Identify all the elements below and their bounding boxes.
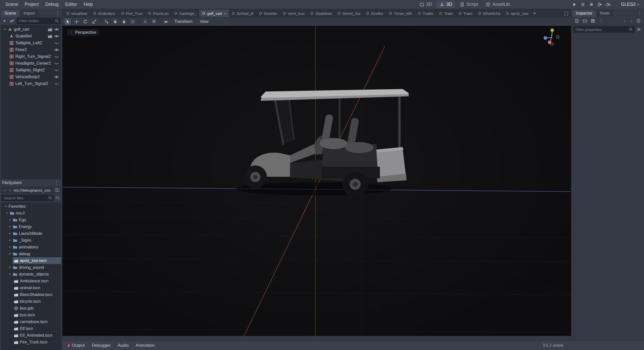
- scene-tab-street-sw[interactable]: Street_Sw: [335, 10, 363, 17]
- fs-file-fire-truck-tscn[interactable]: Fire_Truck.tscn: [1, 339, 61, 345]
- menu-project[interactable]: Project: [21, 0, 42, 9]
- select-tool-icon[interactable]: [64, 18, 71, 25]
- add-node-button[interactable]: +: [2, 18, 8, 24]
- fs-folder-animations[interactable]: animations: [1, 244, 61, 250]
- scene-tab-trailer[interactable]: Trailer: [415, 10, 436, 17]
- workspace-script-button[interactable]: Script: [457, 1, 481, 8]
- filter-options-icon[interactable]: [636, 26, 642, 32]
- collapse-arrow-icon[interactable]: [7, 252, 13, 255]
- scene-tab-golf-cart[interactable]: golf_cart×: [199, 10, 229, 17]
- fs-folder-debug[interactable]: debug: [1, 250, 61, 257]
- workspace-3d-button[interactable]: 3D: [436, 1, 455, 8]
- scene-tab-wheelcha[interactable]: Wheelcha: [475, 10, 503, 17]
- expand-arrow-icon[interactable]: [7, 225, 13, 228]
- scene-tab-apviz-zoo[interactable]: apviz_zoo: [503, 10, 531, 17]
- scene-tab-visualizer[interactable]: visualizer: [63, 10, 90, 17]
- fs-file-animal-tscn[interactable]: animal.tscn: [1, 284, 61, 291]
- fs-item-res-root[interactable]: res://: [1, 210, 61, 216]
- expand-arrow-icon[interactable]: [7, 266, 13, 269]
- fs-file-carmidsize-tscn[interactable]: carmidsize.tscn: [1, 318, 61, 325]
- tab-import[interactable]: Import: [20, 10, 38, 17]
- viewport-canvas[interactable]: [62, 26, 571, 336]
- resource-options-icon[interactable]: ⋮: [598, 18, 604, 24]
- fs-folder-ego[interactable]: Ego: [1, 216, 61, 223]
- search-files-input[interactable]: [2, 195, 54, 201]
- tree-node-right-turn-signal2[interactable]: Right_Turn_Signal2: [1, 53, 61, 60]
- expand-arrow-icon[interactable]: [7, 218, 13, 221]
- instance-scene-button[interactable]: [9, 18, 15, 24]
- split-view-icon[interactable]: [55, 188, 60, 193]
- animation-button[interactable]: Animation: [132, 341, 158, 350]
- stop-button[interactable]: [588, 1, 595, 8]
- scene-tab-garbage[interactable]: Garbage_: [171, 10, 199, 17]
- tree-node-scaleref[interactable]: ScaleRef: [1, 33, 61, 39]
- dock-options-icon[interactable]: ⋮: [636, 11, 643, 16]
- menu-editor[interactable]: Editor: [62, 0, 80, 9]
- play-custom-scene-button[interactable]: [605, 1, 612, 8]
- menu-scene[interactable]: Scene: [2, 0, 21, 9]
- tree-node-floor2[interactable]: Floor2: [1, 46, 61, 53]
- scene-tab-school-b[interactable]: School_B: [229, 10, 256, 17]
- new-scene-tab-button[interactable]: +: [531, 10, 538, 17]
- dock-options-icon[interactable]: ⋮: [54, 11, 61, 16]
- renderer-dropdown[interactable]: GLES2 ▾: [618, 2, 642, 7]
- lock-icon[interactable]: [112, 18, 118, 25]
- tab-inspector[interactable]: Inspector: [572, 10, 596, 17]
- scene-tab-three-wh[interactable]: Three_Wh: [386, 10, 415, 17]
- fs-folder-driving-sound[interactable]: driving_sound: [1, 264, 61, 271]
- visibility-on-icon[interactable]: [54, 27, 59, 32]
- filter-properties-input[interactable]: [573, 26, 635, 33]
- fs-file-bus-tscn[interactable]: bus.tscn: [1, 312, 61, 318]
- fs-file-bicycle-tscn[interactable]: bicycle.tscn: [1, 298, 61, 305]
- new-resource-icon[interactable]: [574, 18, 580, 24]
- audio-button[interactable]: Audio: [114, 341, 132, 350]
- snap-icon[interactable]: [151, 18, 157, 25]
- expand-arrow-icon[interactable]: [7, 232, 13, 235]
- menu-help[interactable]: Help: [80, 0, 96, 9]
- load-resource-icon[interactable]: [582, 18, 588, 24]
- play-scene-button[interactable]: [596, 1, 604, 8]
- visibility-off-icon[interactable]: [54, 54, 59, 59]
- nav-back-icon[interactable]: ‹: [3, 188, 8, 193]
- debugger-button[interactable]: Debugger: [88, 341, 114, 350]
- collapse-arrow-icon[interactable]: [3, 205, 9, 208]
- collapse-arrow-icon[interactable]: [2, 28, 8, 31]
- scene-tab-scooter[interactable]: Scooter: [256, 10, 280, 17]
- fs-file-apviz-zoo-tscn[interactable]: apviz_zoo.tscn: [1, 257, 61, 264]
- fs-folder-dymanic-objects[interactable]: dymanic_objects: [1, 271, 61, 278]
- group-icon[interactable]: [130, 18, 136, 25]
- expand-arrow-icon[interactable]: [7, 246, 13, 248]
- scene-tab-semi-truc[interactable]: semi_truc: [280, 10, 307, 17]
- projection-menu-button[interactable]: ⋮ Perspective: [67, 29, 99, 36]
- view-menu[interactable]: View: [197, 18, 211, 25]
- local-space-icon[interactable]: [142, 18, 148, 25]
- visibility-off-icon[interactable]: [54, 68, 59, 73]
- tab-node[interactable]: Node: [596, 10, 613, 17]
- list-select-icon[interactable]: [103, 18, 110, 25]
- sort-files-icon[interactable]: [55, 195, 61, 200]
- preview-camera-icon[interactable]: [163, 18, 170, 25]
- fs-folder-energy[interactable]: Energy: [1, 223, 61, 230]
- output-button[interactable]: Output: [64, 341, 88, 350]
- close-tab-icon[interactable]: ×: [224, 11, 226, 16]
- dock-options-icon[interactable]: ⋮: [53, 180, 60, 185]
- scene-tab-train[interactable]: Train: [436, 10, 456, 17]
- fs-file-elf-tscn[interactable]: Elf.tscn: [1, 325, 61, 332]
- workspace-assetlib-button[interactable]: AssetLib: [482, 1, 513, 8]
- 3d-viewport[interactable]: ⋮ Perspective: [62, 26, 571, 336]
- tree-node-vehiclebody2[interactable]: VehicleBody2: [1, 73, 61, 80]
- fs-file-ambulance-tscn[interactable]: Ambulance.tscn: [1, 278, 61, 284]
- scene-tab-ambulanc[interactable]: Ambulanc: [90, 10, 118, 17]
- scene-tab-tram[interactable]: Tram: [456, 10, 475, 17]
- collapse-arrow-icon[interactable]: [7, 273, 13, 276]
- scene-tab-fire-truc[interactable]: Fire_Truc: [118, 10, 145, 17]
- scene-tab-frontlan[interactable]: FrontLan: [145, 10, 171, 17]
- visibility-off-icon[interactable]: [54, 81, 59, 86]
- view-axis-gizmo[interactable]: [541, 27, 562, 49]
- fs-folder-signs[interactable]: _Signs: [1, 237, 61, 244]
- menu-debug[interactable]: Debug: [42, 0, 62, 9]
- object-history-icon[interactable]: [635, 18, 641, 24]
- scale-tool-icon[interactable]: [91, 18, 97, 25]
- scene-badge-icon[interactable]: [48, 27, 53, 32]
- expand-arrow-icon[interactable]: [7, 239, 13, 242]
